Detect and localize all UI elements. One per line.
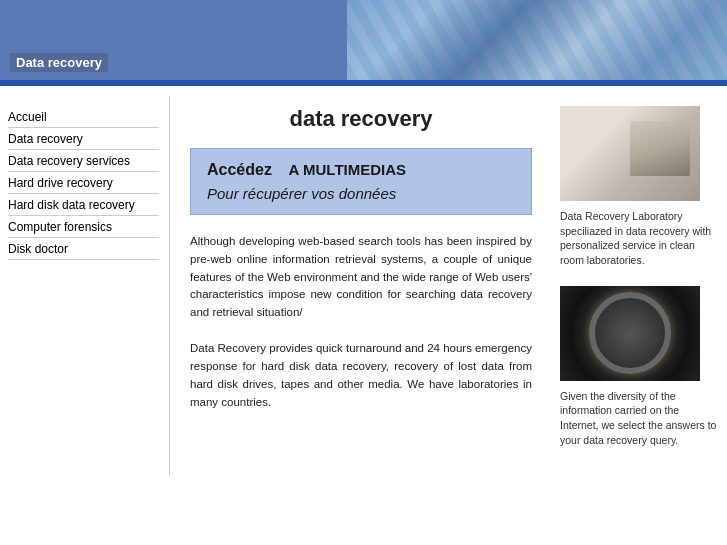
header: Data recovery: [0, 0, 727, 80]
sidebar-item-hard-disk-data-recovery[interactable]: Hard disk data recovery: [8, 194, 159, 216]
paragraph2: Data Recovery provides quick turnaround …: [190, 340, 532, 411]
blue-box-bold: A MULTIMEDIAS: [289, 161, 407, 178]
right-caption-2: Given the diversity of the information c…: [560, 389, 717, 448]
right-caption-1: Data Recovery Laboratory speciliazed in …: [560, 209, 717, 268]
right-column: Data Recovery Laboratory speciliazed in …: [552, 96, 727, 476]
sidebar-item-data-recovery-services[interactable]: Data recovery services: [8, 150, 159, 172]
right-image-1: [560, 106, 700, 201]
page-title: data recovery: [190, 106, 532, 132]
sidebar-item-computer-forensics[interactable]: Computer forensics: [8, 216, 159, 238]
blue-box: Accédez A MULTIMEDIAS Pour récupérer vos…: [190, 148, 532, 215]
blue-box-line1: Accédez A MULTIMEDIAS: [207, 161, 515, 179]
paragraph1: Although developing web-based search too…: [190, 233, 532, 322]
blue-box-line2: Pour récupérer vos données: [207, 185, 515, 202]
center-content: data recovery Accédez A MULTIMEDIAS Pour…: [170, 96, 552, 476]
blue-box-prefix: Accédez: [207, 161, 272, 178]
main-content: Accueil Data recovery Data recovery serv…: [0, 86, 727, 486]
header-image-overlay: [347, 0, 727, 80]
sidebar-item-accueil[interactable]: Accueil: [8, 106, 159, 128]
sidebar-item-data-recovery[interactable]: Data recovery: [8, 128, 159, 150]
sidebar-item-disk-doctor[interactable]: Disk doctor: [8, 238, 159, 260]
sidebar: Accueil Data recovery Data recovery serv…: [0, 96, 170, 476]
right-image-2: [560, 286, 700, 381]
sidebar-item-hard-drive-recovery[interactable]: Hard drive recovery: [8, 172, 159, 194]
header-title: Data recovery: [10, 53, 108, 72]
